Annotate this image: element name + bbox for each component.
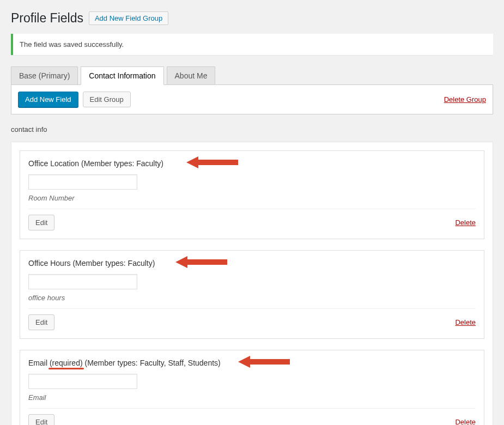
field-description: Email: [28, 393, 476, 402]
tab-base-primary[interactable]: Base (Primary): [11, 66, 78, 85]
tab-actions-panel: Add New Field Edit Group Delete Group: [11, 84, 493, 114]
group-subtitle: contact info: [11, 125, 493, 133]
notice-message: The field was saved successfully.: [20, 40, 487, 48]
tab-nav: Base (Primary) Contact Information About…: [11, 66, 493, 85]
field-input[interactable]: [28, 174, 137, 190]
field-input[interactable]: [28, 274, 137, 289]
add-new-field-group-button[interactable]: Add New Field Group: [89, 11, 168, 25]
field-title: Office Location (Member types: Faculty): [28, 159, 163, 168]
field-description: office hours: [28, 294, 476, 302]
field-title: Email (required) (Member types: Faculty,…: [28, 359, 221, 367]
edit-field-button[interactable]: Edit: [28, 215, 54, 230]
svg-marker-0: [186, 156, 238, 168]
delete-field-link[interactable]: Delete: [455, 318, 476, 326]
edit-field-button[interactable]: Edit: [28, 414, 54, 425]
page-title: Profile Fields: [11, 11, 83, 26]
svg-marker-2: [238, 356, 290, 368]
tab-contact-information[interactable]: Contact Information: [81, 66, 163, 85]
success-notice: The field was saved successfully.: [11, 34, 493, 55]
divider: [28, 209, 476, 209]
edit-field-button[interactable]: Edit: [28, 314, 54, 330]
field-required-label: (required): [50, 359, 83, 367]
svg-marker-1: [175, 256, 227, 268]
annotation-arrow-icon: [186, 155, 241, 171]
annotation-arrow-icon: [175, 255, 230, 270]
delete-field-link[interactable]: Delete: [455, 418, 476, 425]
field-description: Room Number: [28, 194, 476, 202]
edit-group-button[interactable]: Edit Group: [83, 92, 131, 107]
delete-field-link[interactable]: Delete: [455, 218, 476, 227]
add-new-field-button[interactable]: Add New Field: [18, 92, 78, 107]
fields-container: Office Location (Member types: Faculty) …: [11, 142, 493, 425]
divider: [28, 408, 476, 409]
field-title: Office Hours (Member types: Faculty): [28, 259, 155, 268]
field-title-prefix: Email: [28, 359, 50, 367]
page-header: Profile Fields Add New Field Group: [11, 11, 493, 26]
field-card: Email (required) (Member types: Faculty,…: [20, 350, 484, 425]
field-card: Office Location (Member types: Faculty) …: [20, 150, 484, 239]
field-input[interactable]: [28, 374, 137, 389]
divider: [28, 308, 476, 309]
annotation-arrow-icon: [238, 355, 293, 370]
tab-about-me[interactable]: About Me: [167, 66, 216, 85]
field-title-suffix: (Member types: Faculty, Staff, Students): [83, 359, 221, 367]
delete-group-link[interactable]: Delete Group: [444, 95, 486, 104]
field-card: Office Hours (Member types: Faculty) off…: [20, 250, 484, 339]
